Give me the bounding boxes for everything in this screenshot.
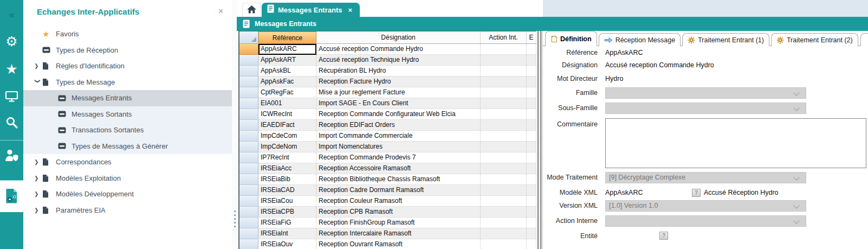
tree-item-modeles-developpement[interactable]: ❯Modèles Développement <box>23 186 232 202</box>
action-int-cell[interactable] <box>481 228 527 239</box>
action-int-cell[interactable] <box>481 66 527 76</box>
designation-cell[interactable]: Import Commande Commerciale <box>316 131 481 142</box>
row-header[interactable] <box>239 109 258 120</box>
reference-cell[interactable]: ImpCdeCom <box>258 131 316 142</box>
user-shield-icon[interactable] <box>0 149 23 162</box>
e-cell[interactable] <box>527 109 536 120</box>
table-row[interactable]: IRSEiaCouReception Couleur Ramasoft <box>239 196 536 207</box>
action-int-cell[interactable] <box>481 163 527 174</box>
designation-cell[interactable]: Récupération BL Hydro <box>316 66 481 76</box>
designation-cell[interactable]: Reception Accessoire Ramasoft <box>316 163 481 174</box>
designation-cell[interactable]: Reception Facture Hydro <box>316 76 481 87</box>
famille-select[interactable] <box>605 87 806 99</box>
table-row[interactable]: AppAskBLRécupération BL Hydro <box>239 66 536 76</box>
sous-famille-select[interactable] <box>605 103 806 114</box>
e-cell[interactable] <box>527 55 536 66</box>
row-header[interactable] <box>239 163 258 174</box>
row-header[interactable] <box>239 185 258 196</box>
reference-cell[interactable]: IRSEiaCou <box>258 196 316 207</box>
action-int-cell[interactable] <box>481 55 527 66</box>
reference-cell[interactable]: IRSEiaCAD <box>258 185 316 196</box>
action-int-cell[interactable] <box>481 98 527 109</box>
action-int-cell[interactable] <box>481 152 527 163</box>
table-row[interactable]: IRSEiaIntReception Intercalaire Ramasoft <box>239 228 536 239</box>
tree-item-regles-d-identification[interactable]: ❯Règles d'Identification <box>23 58 232 74</box>
designation-cell[interactable]: Reception Cadre Dormant Ramasoft <box>316 185 481 196</box>
chevron-right-icon[interactable]: ❯ <box>34 207 42 213</box>
reference-cell[interactable]: AppAskBL <box>258 66 316 76</box>
designation-cell[interactable]: Reception Bibliotheque Chassis Ramasoft <box>316 174 481 185</box>
chevron-right-icon[interactable]: ❯ <box>34 191 42 197</box>
row-header[interactable] <box>239 131 258 142</box>
designation-cell[interactable]: Accusé reception Technique Hydro <box>316 55 481 66</box>
reference-cell[interactable]: IRSEiaBib <box>258 174 316 185</box>
e-cell[interactable] <box>527 98 536 109</box>
detail-tab-traitement-entrant-2[interactable]: Traitement Entrant (2) <box>771 33 858 46</box>
e-cell[interactable] <box>527 228 536 239</box>
monitor-icon[interactable] <box>0 91 23 103</box>
tree-item-favoris[interactable]: ★Favoris <box>23 26 232 42</box>
table-row[interactable]: IRSEiaBibReception Bibliotheque Chassis … <box>239 174 536 185</box>
e-cell[interactable] <box>527 152 536 163</box>
select-all-corner[interactable] <box>239 31 258 44</box>
action-int-cell[interactable] <box>481 109 527 120</box>
e-cell[interactable] <box>527 239 536 249</box>
tree-item-parametres-eia[interactable]: ❯Paramètres EIA <box>23 202 232 219</box>
table-row[interactable]: IRSEiaOuvReception Ouvrant Ramasoft <box>239 239 536 249</box>
tree-item-types-de-reception[interactable]: Types de Réception <box>23 42 232 59</box>
row-header[interactable] <box>239 174 258 185</box>
action-int-cell[interactable] <box>481 142 527 152</box>
designation-cell[interactable]: Reception Couleur Ramasoft <box>316 196 481 207</box>
tab-close-icon[interactable]: × <box>348 6 353 14</box>
column-header-designation[interactable]: Désignation <box>316 31 481 44</box>
search-icon[interactable] <box>0 116 23 129</box>
column-header-e[interactable]: E <box>527 31 536 44</box>
table-row[interactable]: ICWRecIntReception Commande Configurateu… <box>239 109 536 120</box>
reference-cell[interactable]: IRSEiaFiG <box>258 218 316 228</box>
reference-cell[interactable]: AppAskARC <box>258 44 316 55</box>
settings-gear-icon[interactable]: ⚙ <box>0 35 23 48</box>
reference-cell[interactable]: IRSEiaOuv <box>258 239 316 249</box>
action-int-cell[interactable] <box>481 196 527 207</box>
e-cell[interactable] <box>527 131 536 142</box>
designation-cell[interactable]: Reception EDIFact Orders <box>316 120 481 131</box>
row-header[interactable] <box>239 76 258 87</box>
tab-messages-entrants[interactable]: Messages Entrants × <box>262 3 360 17</box>
designation-cell[interactable]: Mise a jour reglement Facture <box>316 87 481 98</box>
tree-item-correspondances[interactable]: ❯Correspondances <box>23 154 232 170</box>
designation-cell[interactable]: Reception Commande Configurateur Web Elc… <box>316 109 481 120</box>
row-header[interactable] <box>239 239 258 249</box>
reference-cell[interactable]: CptRegFac <box>258 87 316 98</box>
action-int-cell[interactable] <box>481 120 527 131</box>
reference-cell[interactable]: IRSEiaCPB <box>258 207 316 218</box>
commentaire-textarea[interactable] <box>605 118 866 168</box>
reference-cell[interactable]: IP7RecInt <box>258 152 316 163</box>
row-header[interactable] <box>239 218 258 228</box>
table-row[interactable]: ImpCdeComImport Commande Commerciale <box>239 131 536 142</box>
table-row[interactable]: IEAEDIFactReception EDIFact Orders <box>239 120 536 131</box>
row-header[interactable] <box>239 44 258 55</box>
column-header-action-int[interactable]: Action Int. <box>481 31 527 44</box>
favorites-star-icon[interactable]: ★ <box>0 62 23 76</box>
tree-item-types-de-messages-a-generer[interactable]: Types de Messages à Générer <box>23 138 232 155</box>
table-row[interactable]: IRSEiaCADReception Cadre Dormant Ramasof… <box>239 185 536 196</box>
reference-cell[interactable]: IRSEiaAcc <box>258 163 316 174</box>
row-header[interactable] <box>239 207 258 218</box>
reference-cell[interactable]: EIA001 <box>258 98 316 109</box>
detail-tab-traitement-entrant-1[interactable]: Traitement Entrant (1) <box>682 33 769 46</box>
reference-cell[interactable]: IEAEDIFact <box>258 120 316 131</box>
designation-cell[interactable]: Import Nomenclatures <box>316 142 481 152</box>
reference-cell[interactable]: ICWRecInt <box>258 109 316 120</box>
detail-tab-reception-message[interactable]: Réception Message <box>599 33 681 46</box>
detail-tab-definition[interactable]: Définition <box>545 31 597 46</box>
table-row[interactable]: CptRegFacMise a jour reglement Facture <box>239 87 536 98</box>
e-cell[interactable] <box>527 207 536 218</box>
e-cell[interactable] <box>527 120 536 131</box>
row-header[interactable] <box>239 228 258 239</box>
action-int-cell[interactable] <box>481 185 527 196</box>
designation-cell[interactable]: Reception Ouvrant Ramasoft <box>316 239 481 249</box>
tree-item-messages-entrants[interactable]: Messages Entrants <box>23 90 232 106</box>
detail-tab-partial[interactable] <box>860 33 868 46</box>
eia-module-icon[interactable] <box>0 188 23 204</box>
table-row[interactable]: ImpCdeNomImport Nomenclatures <box>239 142 536 152</box>
